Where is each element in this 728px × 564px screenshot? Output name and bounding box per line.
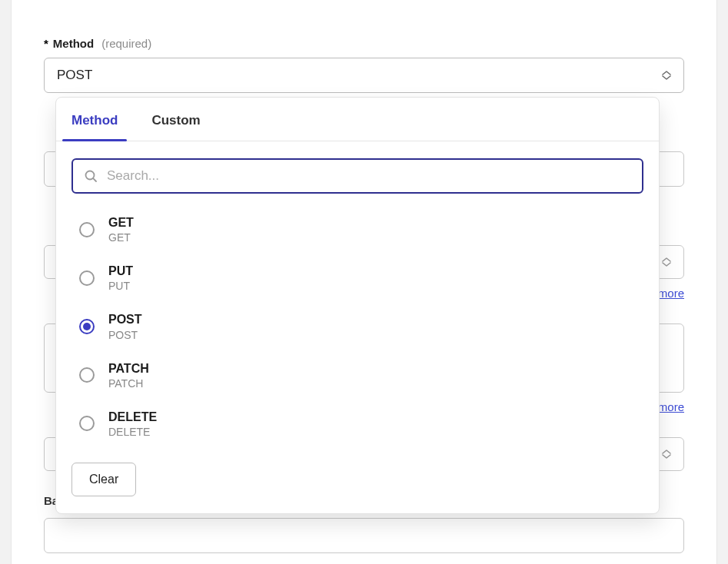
dropdown-body: GET GET PUT PUT POST POST xyxy=(56,141,659,513)
method-label-row: * Method (required) xyxy=(44,0,684,50)
method-field-label: Method xyxy=(53,37,94,50)
select-chevrons-icon xyxy=(662,257,671,267)
method-select-value: POST xyxy=(57,68,92,83)
method-select[interactable]: POST xyxy=(44,58,684,93)
more-link-1[interactable]: more xyxy=(658,287,684,300)
tab-method[interactable]: Method xyxy=(70,98,119,141)
basic-auth-input[interactable] xyxy=(44,518,684,553)
clear-button[interactable]: Clear xyxy=(71,463,136,496)
option-title: DELETE xyxy=(108,410,157,424)
radio-icon xyxy=(79,270,95,286)
svg-line-1 xyxy=(93,178,96,181)
method-dropdown: Method Custom GET GET PUT xyxy=(55,97,660,514)
select-chevrons-icon xyxy=(662,71,671,80)
search-field-wrap[interactable] xyxy=(71,158,643,194)
option-title: PUT xyxy=(108,264,133,278)
search-icon xyxy=(84,169,98,183)
option-delete[interactable]: DELETE DELETE xyxy=(71,402,643,446)
option-put[interactable]: PUT PUT xyxy=(71,256,643,300)
option-title: PATCH xyxy=(108,361,149,376)
option-sub: DELETE xyxy=(108,426,157,438)
option-sub: POST xyxy=(108,329,142,341)
option-patch[interactable]: PATCH PATCH xyxy=(71,353,643,397)
dropdown-tabs: Method Custom xyxy=(56,98,659,141)
radio-icon xyxy=(79,222,95,237)
option-post[interactable]: POST POST xyxy=(71,304,643,348)
radio-icon xyxy=(79,319,95,334)
select-chevrons-icon xyxy=(662,450,671,459)
option-sub: GET xyxy=(108,231,134,244)
option-get[interactable]: GET GET xyxy=(71,207,643,251)
option-sub: PATCH xyxy=(108,377,149,390)
search-input[interactable] xyxy=(107,168,631,184)
option-title: POST xyxy=(108,312,142,327)
radio-icon xyxy=(79,416,95,431)
option-title: GET xyxy=(108,215,134,230)
options-list: GET GET PUT PUT POST POST xyxy=(71,207,643,446)
more-link-2[interactable]: more xyxy=(658,400,684,413)
form-page: * Method (required) POST more more Basic… xyxy=(11,0,717,564)
option-sub: PUT xyxy=(108,280,133,292)
radio-icon xyxy=(79,367,95,383)
required-star: * xyxy=(44,37,48,50)
tab-custom[interactable]: Custom xyxy=(150,98,201,141)
required-hint: (required) xyxy=(101,37,151,50)
